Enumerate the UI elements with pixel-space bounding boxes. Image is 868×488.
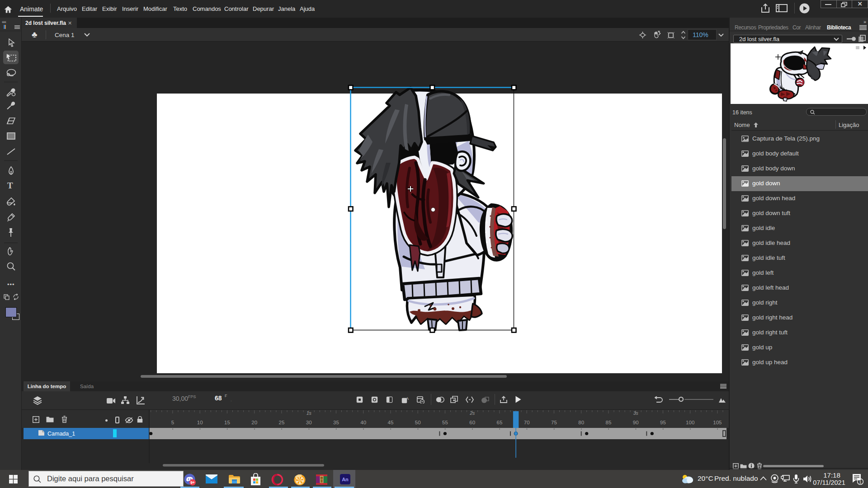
svg-text:An: An: [342, 477, 349, 482]
svg-text:10: 10: [197, 420, 203, 425]
svg-text:95: 95: [660, 420, 666, 425]
svg-text:3s: 3s: [633, 410, 639, 416]
svg-text:60: 60: [469, 420, 475, 425]
svg-text:30: 30: [306, 420, 312, 425]
svg-text:40: 40: [360, 420, 366, 425]
svg-text:85: 85: [606, 420, 612, 425]
svg-text:1: 1: [859, 479, 861, 484]
svg-text:1s: 1s: [307, 410, 312, 416]
svg-text:15: 15: [224, 420, 230, 425]
svg-text:90: 90: [633, 420, 639, 425]
svg-text:105: 105: [713, 420, 722, 425]
svg-text:50: 50: [415, 420, 421, 425]
svg-text:100: 100: [686, 420, 694, 425]
svg-text:35: 35: [333, 420, 339, 425]
svg-text:55: 55: [442, 420, 448, 425]
svg-text:70: 70: [524, 420, 530, 425]
svg-text:25: 25: [279, 420, 285, 425]
svg-text:75: 75: [551, 420, 557, 425]
svg-text:20: 20: [251, 420, 257, 425]
svg-text:9+: 9+: [190, 480, 195, 485]
svg-text:2s: 2s: [469, 410, 475, 416]
svg-text:5: 5: [171, 420, 174, 425]
svg-text:80: 80: [578, 420, 584, 425]
svg-text:45: 45: [388, 420, 394, 425]
svg-text:65: 65: [497, 420, 503, 425]
